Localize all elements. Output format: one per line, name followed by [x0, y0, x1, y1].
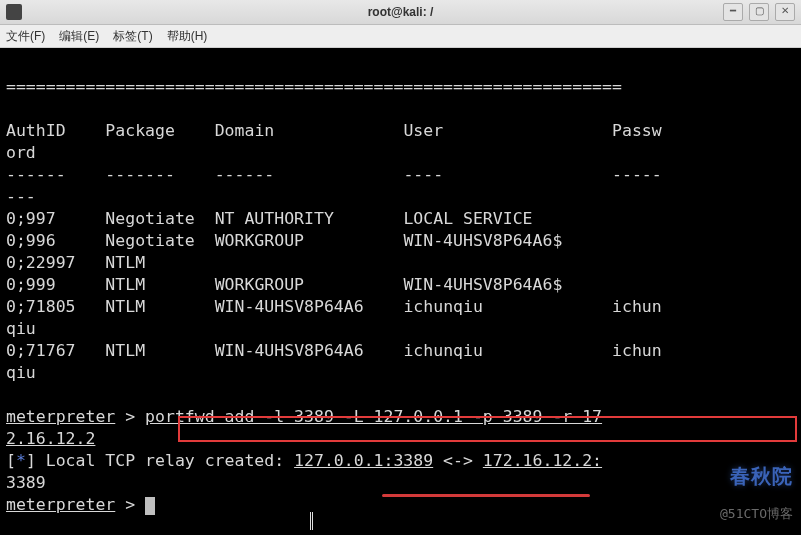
relay-bracket-open: [ [6, 451, 16, 470]
app-window: root@kali: / ━ ▢ ✕ 文件(F) 编辑(E) 标签(T) 帮助(… [0, 0, 801, 535]
table-row: 0;999 NTLM WORKGROUP WIN-4UHSV8P64A6$ [6, 275, 562, 294]
relay-text-c: <-> [433, 451, 483, 470]
col-authid: AuthID [6, 121, 66, 140]
table-row: 0;996 Negotiate WORKGROUP WIN-4UHSV8P64A… [6, 231, 562, 250]
watermark-brand: 春秋院 [730, 465, 793, 487]
command-line-2: 2.16.12.2 [6, 429, 95, 448]
table-row: 0;71767 NTLM WIN-4UHSV8P64A6 ichunqiu ic… [6, 341, 662, 360]
mouse-ibeam-cursor [310, 512, 313, 530]
watermark-blog: @51CTO博客 [720, 503, 793, 525]
dash-password-p2: --- [6, 187, 36, 206]
menu-edit[interactable]: 编辑(E) [59, 28, 99, 45]
dash-user: ---- [403, 165, 443, 184]
annotation-red-box [178, 416, 797, 442]
table-row: qiu [6, 319, 36, 338]
relay-line-2: 3389 [6, 473, 46, 492]
table-row: 0;997 Negotiate NT AUTHORITY LOCAL SERVI… [6, 209, 533, 228]
meterpreter-prompt-2: meterpreter [6, 495, 115, 514]
terminal-cursor [145, 497, 155, 515]
dash-authid: ------ [6, 165, 66, 184]
table-row: qiu [6, 363, 36, 382]
col-password-p1: Passw [612, 121, 662, 140]
relay-text-b: 127.0.0.1:3389 [294, 451, 433, 470]
relay-bracket-close: ] [26, 451, 36, 470]
prompt-sep-2: > [115, 495, 145, 514]
col-user: User [403, 121, 443, 140]
window-titlebar: root@kali: / ━ ▢ ✕ [0, 0, 801, 25]
dash-package: ------- [105, 165, 175, 184]
meterpreter-prompt: meterpreter [6, 407, 115, 426]
dash-domain: ------ [215, 165, 275, 184]
prompt-sep: > [115, 407, 145, 426]
relay-text-a: Local TCP relay created: [36, 451, 294, 470]
col-package: Package [105, 121, 175, 140]
table-row: 0;22997 NTLM [6, 253, 145, 272]
annotation-red-underline [382, 494, 590, 497]
terminal[interactable]: ========================================… [0, 48, 801, 535]
table-row: 0;71805 NTLM WIN-4UHSV8P64A6 ichunqiu ic… [6, 297, 662, 316]
menu-file[interactable]: 文件(F) [6, 28, 45, 45]
menubar: 文件(F) 编辑(E) 标签(T) 帮助(H) [0, 25, 801, 48]
window-title: root@kali: / [0, 5, 801, 19]
relay-text-d: 172.16.12.2: [483, 451, 602, 470]
menu-tabs[interactable]: 标签(T) [113, 28, 152, 45]
col-password-p2: ord [6, 143, 36, 162]
relay-star: * [16, 451, 26, 470]
separator-line: ========================================… [6, 77, 622, 96]
dash-password-p1: ----- [612, 165, 662, 184]
menu-help[interactable]: 帮助(H) [167, 28, 208, 45]
col-domain: Domain [215, 121, 275, 140]
